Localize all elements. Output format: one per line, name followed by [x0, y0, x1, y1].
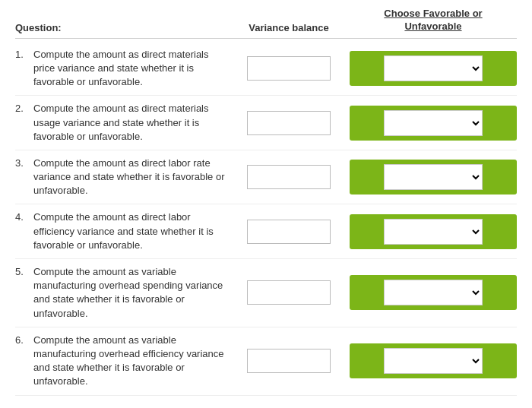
question-number: 3. [15, 157, 29, 198]
variance-input[interactable] [247, 111, 331, 135]
variance-input[interactable] [247, 165, 331, 189]
question-number: 4. [15, 210, 29, 252]
favorable-select[interactable]: FavorableUnfavorable [384, 164, 483, 190]
table-header: Question: Variance balance Choose Favora… [15, 8, 517, 39]
question-text: Compute the amount as variable manufactu… [33, 265, 228, 321]
question-text: Compute the amount as direct materials u… [33, 102, 228, 144]
favorable-select[interactable]: FavorableUnfavorable [384, 219, 483, 245]
questions-table: 1.Compute the amount as direct materials… [15, 42, 517, 396]
variance-input[interactable] [247, 349, 331, 373]
question-column-header: Question: [15, 22, 228, 33]
table-row: 2.Compute the amount as direct materials… [15, 96, 517, 150]
question-text: Compute the amount as direct materials p… [33, 48, 228, 90]
question-cell: 4.Compute the amount as direct labor eff… [15, 210, 228, 252]
variance-cell [228, 165, 350, 189]
table-row: 5.Compute the amount as variable manufac… [15, 259, 517, 327]
favorable-select[interactable]: FavorableUnfavorable [384, 348, 483, 374]
question-text: Compute the amount as direct labor rate … [33, 157, 228, 198]
favorable-select[interactable]: FavorableUnfavorable [384, 280, 483, 305]
variance-cell [228, 111, 350, 135]
question-number: 1. [15, 48, 29, 90]
favorable-cell: FavorableUnfavorable [350, 106, 517, 141]
table-row: 4.Compute the amount as direct labor eff… [15, 204, 517, 259]
table-row: 1.Compute the amount as direct materials… [15, 42, 517, 96]
variance-input[interactable] [247, 280, 331, 305]
variance-cell [228, 280, 350, 305]
variance-cell [228, 220, 350, 244]
question-text: Compute the amount as variable manufactu… [33, 334, 228, 389]
question-text: Compute the amount as direct labor effic… [33, 210, 228, 252]
favorable-select[interactable]: FavorableUnfavorable [384, 110, 483, 136]
question-number: 5. [15, 265, 29, 321]
question-cell: 5.Compute the amount as variable manufac… [15, 265, 228, 321]
favorable-cell: FavorableUnfavorable [350, 214, 517, 249]
favorable-cell: FavorableUnfavorable [350, 343, 517, 378]
question-number: 6. [15, 334, 29, 389]
variance-cell [228, 56, 350, 81]
variance-cell [228, 349, 350, 373]
favorable-cell: FavorableUnfavorable [350, 275, 517, 310]
question-number: 2. [15, 102, 29, 144]
favorable-select[interactable]: FavorableUnfavorable [384, 55, 483, 81]
question-cell: 2.Compute the amount as direct materials… [15, 102, 228, 144]
favorable-cell: FavorableUnfavorable [350, 51, 517, 86]
favorable-cell: FavorableUnfavorable [350, 160, 517, 195]
variance-column-header: Variance balance [228, 22, 350, 33]
variance-input[interactable] [247, 56, 331, 81]
table-row: 3.Compute the amount as direct labor rat… [15, 150, 517, 205]
favorable-column-header: Choose Favorable or Unfavorable [350, 8, 517, 33]
variance-input[interactable] [247, 220, 331, 244]
question-cell: 6.Compute the amount as variable manufac… [15, 334, 228, 389]
table-row: 6.Compute the amount as variable manufac… [15, 327, 517, 396]
question-cell: 1.Compute the amount as direct materials… [15, 48, 228, 90]
question-cell: 3.Compute the amount as direct labor rat… [15, 157, 228, 198]
